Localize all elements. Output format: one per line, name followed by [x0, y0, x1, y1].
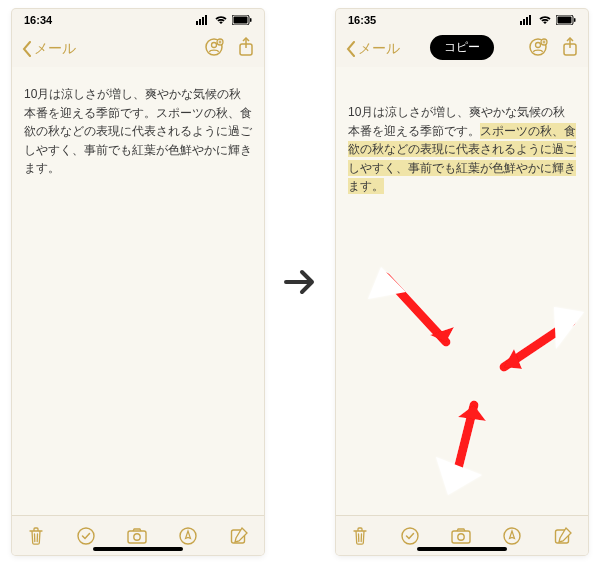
phone-screenshot-before: 16:34 メール 10月は涼しさが増し、爽やかな気候の秋本番を迎える季節です。…	[12, 9, 264, 555]
phone-screenshot-after: 16:35 メール コピー コピー 調べる ユーザ辞書… 共有… インデント 1…	[336, 9, 588, 555]
svg-rect-25	[574, 18, 576, 22]
compose-icon[interactable]	[229, 526, 249, 546]
camera-icon[interactable]	[450, 527, 472, 545]
svg-rect-15	[128, 531, 146, 543]
svg-rect-20	[523, 19, 525, 25]
annotation-arrows	[336, 257, 588, 537]
svg-rect-19	[520, 21, 522, 25]
compose-icon[interactable]	[553, 526, 573, 546]
back-label: メール	[358, 40, 400, 58]
svg-point-8	[212, 43, 217, 48]
share-icon[interactable]	[562, 37, 578, 61]
note-text[interactable]: 10月は涼しさが増し、爽やかな気候の秋本番を迎える季節です。スポーツの秋、食欲の…	[24, 85, 252, 178]
wifi-icon	[214, 15, 228, 25]
chevron-left-icon	[346, 41, 356, 57]
back-button[interactable]: メール	[346, 40, 400, 58]
home-indicator[interactable]	[93, 547, 183, 551]
svg-marker-37	[504, 349, 522, 369]
status-time: 16:34	[24, 14, 52, 26]
svg-rect-5	[234, 17, 248, 24]
share-icon[interactable]	[238, 37, 254, 61]
svg-marker-35	[368, 267, 406, 299]
svg-point-44	[458, 533, 464, 539]
svg-point-14	[78, 528, 94, 544]
collaborate-icon[interactable]	[204, 37, 224, 61]
back-button[interactable]: メール	[22, 40, 76, 58]
svg-rect-2	[202, 17, 204, 25]
copy-toast: コピー	[430, 35, 494, 60]
camera-icon[interactable]	[126, 527, 148, 545]
checklist-icon[interactable]	[76, 526, 96, 546]
svg-marker-34	[430, 327, 454, 342]
svg-marker-40	[458, 405, 486, 421]
svg-rect-6	[250, 18, 252, 22]
signal-icon	[196, 15, 210, 25]
draw-icon[interactable]	[502, 526, 522, 546]
status-bar: 16:35	[336, 9, 588, 31]
battery-icon	[556, 15, 576, 25]
note-content-area[interactable]: 10月は涼しさが増し、爽やかな気候の秋本番を迎える季節です。スポーツの秋、食欲の…	[12, 67, 264, 515]
svg-line-39	[456, 405, 474, 477]
svg-rect-0	[196, 21, 198, 25]
trash-icon[interactable]	[27, 526, 45, 546]
svg-point-42	[402, 528, 418, 544]
svg-point-27	[536, 43, 541, 48]
checklist-icon[interactable]	[400, 526, 420, 546]
back-label: メール	[34, 40, 76, 58]
svg-line-33	[386, 277, 446, 342]
draw-icon[interactable]	[178, 526, 198, 546]
svg-rect-3	[205, 15, 207, 25]
wifi-icon	[538, 15, 552, 25]
battery-icon	[232, 15, 252, 25]
note-content-area[interactable]: 10月は涼しさが増し、爽やかな気候の秋本番を迎える季節です。スポーツの秋、食欲の…	[336, 67, 588, 515]
collaborate-icon[interactable]	[528, 37, 548, 61]
svg-point-16	[134, 533, 140, 539]
transition-arrow-icon	[282, 264, 318, 300]
status-time: 16:35	[348, 14, 376, 26]
svg-rect-21	[526, 17, 528, 25]
status-bar: 16:34	[12, 9, 264, 31]
signal-icon	[520, 15, 534, 25]
home-indicator[interactable]	[417, 547, 507, 551]
svg-line-36	[504, 322, 571, 367]
svg-marker-38	[554, 307, 584, 349]
trash-icon[interactable]	[351, 526, 369, 546]
nav-bar: メール	[12, 31, 264, 67]
svg-rect-43	[452, 531, 470, 543]
svg-marker-41	[436, 457, 482, 495]
chevron-left-icon	[22, 41, 32, 57]
svg-rect-1	[199, 19, 201, 25]
svg-rect-24	[558, 17, 572, 24]
svg-rect-22	[529, 15, 531, 25]
